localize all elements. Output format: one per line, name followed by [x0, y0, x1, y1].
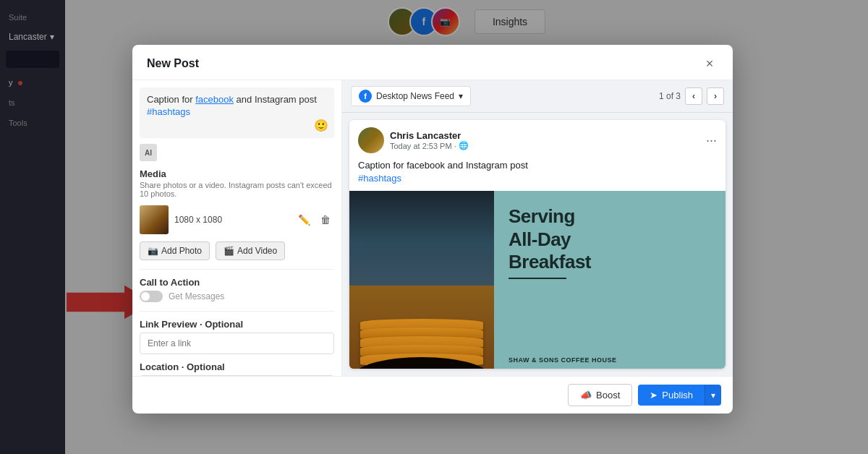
publish-dropdown-button[interactable]: ▾	[705, 385, 721, 406]
send-icon: ➤	[650, 390, 658, 401]
publish-label: Publish	[662, 390, 693, 401]
fb-user-info: Chris Lancaster Today at 2:53 PM · 🌐	[390, 130, 469, 150]
modal-footer: 📣 Boost ➤ Publish ▾	[132, 376, 733, 414]
new-post-modal: New Post × Caption for facebook and Inst…	[132, 45, 733, 414]
add-photo-label: Add Photo	[161, 246, 202, 256]
add-photo-button[interactable]: 📷 Add Photo	[140, 241, 210, 260]
link-preview-label: Link Preview · Optional	[132, 316, 341, 331]
caption-area[interactable]: Caption for facebook and Instagram post …	[140, 87, 334, 138]
menu-title-line1: Serving	[509, 205, 711, 228]
address-line2: 123 ANYWHERE STREET	[509, 366, 711, 369]
fb-post-header: Chris Lancaster Today at 2:53 PM · 🌐 ···	[349, 120, 726, 156]
menu-underline	[509, 278, 566, 279]
boost-label: Boost	[596, 390, 620, 401]
media-row: 1080 x 1080 ✏️ 🗑	[132, 202, 341, 237]
post-hashtag: #hashtags	[358, 172, 717, 185]
post-caption-text: Caption for facebook and Instagram post	[358, 159, 717, 172]
add-video-button[interactable]: 🎬 Add Video	[216, 241, 285, 260]
toggle-row: Get Messages	[132, 289, 341, 307]
caption-text: Caption for facebook and Instagram post	[147, 93, 327, 106]
link-preview-input[interactable]	[140, 333, 334, 354]
fb-timestamp: Today at 2:53 PM · 🌐	[390, 141, 469, 150]
toggle-label: Get Messages	[169, 291, 224, 301]
menu-address: SHAW & SONS COFFEE HOUSE 123 ANYWHERE ST…	[509, 355, 711, 369]
photo-icon: 📷	[148, 246, 158, 256]
address-line1: SHAW & SONS COFFEE HOUSE	[509, 355, 711, 365]
publish-button[interactable]: ➤ Publish	[638, 385, 705, 406]
menu-title-line3: Breakfast	[509, 251, 711, 273]
menu-card: Serving All-Day Breakfast SHAW & SONS CO…	[494, 191, 726, 369]
fb-more-button[interactable]: ···	[706, 133, 717, 148]
cta-section-label: Call to Action	[132, 274, 341, 289]
edit-media-button[interactable]: ✏️	[295, 211, 312, 228]
modal-close-button[interactable]: ×	[701, 55, 718, 72]
divider-1	[140, 269, 334, 270]
next-button[interactable]: ›	[707, 87, 724, 105]
ai-icon-row: AI	[132, 144, 341, 166]
fb-post-preview: Chris Lancaster Today at 2:53 PM · 🌐 ···…	[349, 120, 726, 369]
facebook-icon: f	[359, 90, 372, 103]
menu-card-title: Serving All-Day Breakfast	[509, 205, 711, 283]
caption-hashtag: #hashtags	[147, 106, 327, 117]
publish-btn-group: ➤ Publish ▾	[638, 385, 721, 406]
prev-button[interactable]: ‹	[685, 87, 702, 105]
toggle-thumb	[141, 292, 150, 301]
caption-facebook-link: facebook	[195, 94, 234, 105]
chevron-down-icon: ▾	[459, 91, 463, 101]
boost-button[interactable]: 📣 Boost	[568, 384, 632, 406]
divider-2	[140, 311, 334, 312]
timestamp-text: Today at 2:53 PM ·	[390, 142, 456, 150]
nav-controls: 1 of 3 ‹ ›	[659, 87, 724, 105]
menu-title-line2: All-Day	[509, 228, 711, 251]
feed-selector-label: Desktop News Feed	[376, 91, 454, 101]
modal-header: New Post ×	[132, 45, 733, 80]
right-panel: f Desktop News Feed ▾ 1 of 3 ‹ › Chris L…	[342, 80, 733, 376]
pancake-photo	[349, 191, 494, 369]
fb-post-user: Chris Lancaster Today at 2:53 PM · 🌐	[358, 127, 469, 153]
globe-icon: 🌐	[459, 141, 469, 150]
modal-title: New Post	[147, 57, 199, 70]
add-video-label: Add Video	[237, 246, 277, 256]
delete-media-button[interactable]: 🗑	[317, 211, 334, 228]
modal-body: Caption for facebook and Instagram post …	[132, 80, 733, 376]
media-section-sublabel: Share photos or a video. Instagram posts…	[132, 181, 341, 202]
left-panel: Caption for facebook and Instagram post …	[132, 80, 342, 376]
fb-username: Chris Lancaster	[390, 130, 469, 141]
preview-header: f Desktop News Feed ▾ 1 of 3 ‹ ›	[342, 80, 733, 113]
post-image-inner: Serving All-Day Breakfast SHAW & SONS CO…	[349, 191, 726, 369]
add-media-row: 📷 Add Photo 🎬 Add Video	[132, 237, 341, 265]
pagination-label: 1 of 3	[659, 91, 681, 101]
emoji-button[interactable]: 🙂	[314, 119, 328, 132]
fb-avatar	[358, 127, 384, 153]
boost-icon: 📣	[580, 390, 592, 401]
feed-selector[interactable]: f Desktop News Feed ▾	[351, 86, 471, 106]
cta-toggle[interactable]	[140, 291, 163, 302]
fb-post-caption: Caption for facebook and Instagram post …	[349, 156, 726, 191]
media-section-label: Media	[132, 166, 341, 181]
media-thumbnail	[140, 205, 169, 234]
media-dimensions: 1080 x 1080	[174, 215, 289, 225]
location-label: Location · Optional	[132, 359, 341, 374]
media-actions: ✏️ 🗑	[295, 211, 334, 228]
ai-icon: AI	[140, 144, 157, 161]
post-image-container: Serving All-Day Breakfast SHAW & SONS CO…	[349, 191, 726, 369]
video-icon: 🎬	[224, 246, 234, 256]
